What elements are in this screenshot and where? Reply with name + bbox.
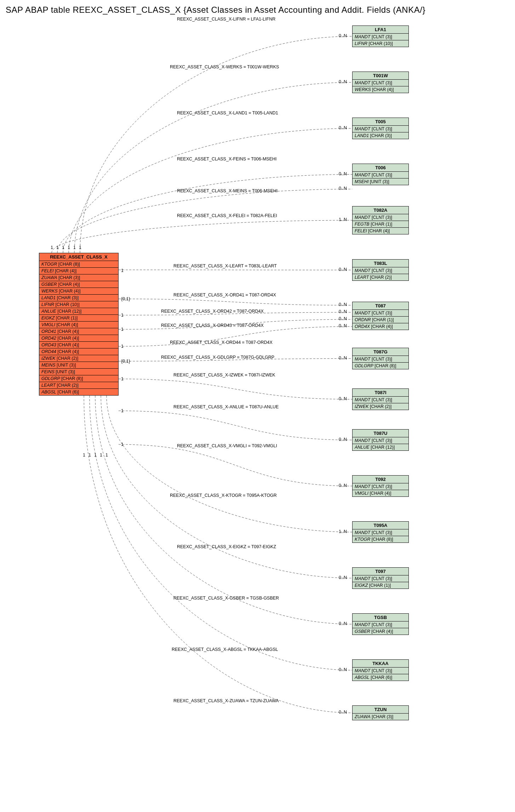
- relationship-label: REEXC_ASSET_CLASS_X-ZUAWA = TZUN-ZUAWA: [173, 698, 279, 703]
- entity-field: GSBER [CHAR (4)]: [353, 628, 408, 635]
- entity-header: T087: [353, 302, 408, 310]
- relationship-label: REEXC_ASSET_CLASS_X-LAND1 = T005-LAND1: [177, 110, 278, 115]
- entity-field: FELEI [CHAR (4)]: [39, 268, 118, 274]
- entity-field: ORD41 [CHAR (4)]: [39, 328, 118, 335]
- relationship-label: REEXC_ASSET_CLASS_X-MEINS = T006-MSEHI: [177, 188, 277, 193]
- page-title: SAP ABAP table REEXC_ASSET_CLASS_X {Asse…: [6, 5, 515, 15]
- entity-header: T097: [353, 568, 408, 575]
- relationship-label: REEXC_ASSET_CLASS_X-KTOGR = T095A-KTOGR: [170, 493, 277, 498]
- entity-header: T082A: [353, 206, 408, 214]
- relationship-label: REEXC_ASSET_CLASS_X-ORD41 = T087-ORD4X: [173, 293, 276, 297]
- cardinality-right: 0..N: [339, 323, 347, 328]
- entity-field: LEART [CHAR (2)]: [39, 382, 118, 389]
- cardinality-right: 0..N: [339, 309, 347, 314]
- target-entity-lfa1: LFA1MANDT [CLNT (3)]LIFNR [CHAR (10)]: [352, 25, 409, 47]
- cardinality-left: {0,1}: [121, 359, 130, 364]
- relationship-label: REEXC_ASSET_CLASS_X-WERKS = T001W-WERKS: [170, 64, 279, 69]
- relationship-label: REEXC_ASSET_CLASS_X-FEINS = T006-MSEHI: [177, 157, 276, 161]
- cardinality-left: 1: [105, 453, 108, 458]
- entity-field: ORD43 [CHAR (4)]: [39, 342, 118, 348]
- target-entity-t087: T087MANDT [CLNT (3)]ORDNR [CHAR (1)]ORD4…: [352, 302, 409, 330]
- entity-field: LAND1 [CHAR (3)]: [353, 132, 408, 139]
- entity-field: KTOGR [CHAR (8)]: [353, 536, 408, 543]
- entity-field: MANDT [CLNT (3)]: [353, 126, 408, 132]
- cardinality-right: 0..N: [339, 171, 347, 176]
- cardinality-right: 0..N: [339, 483, 347, 488]
- cardinality-left: 1: [121, 442, 124, 447]
- entity-field: MANDT [CLNT (3)]: [353, 668, 408, 674]
- cardinality-right: 0..N: [339, 437, 347, 442]
- entity-field: FELEI [CHAR (4)]: [353, 228, 408, 234]
- target-entity-t087g: T087GMANDT [CLNT (3)]GDLGRP [CHAR (8)]: [352, 348, 409, 369]
- entity-field: LEART [CHAR (2)]: [353, 274, 408, 280]
- target-entity-tkkaa: TKKAAMANDT [CLNT (3)]ABGSL [CHAR (6)]: [352, 659, 409, 681]
- cardinality-left: 1: [121, 268, 124, 273]
- entity-field: ORD42 [CHAR (4)]: [39, 335, 118, 342]
- cardinality-left: 1: [121, 313, 124, 318]
- entity-field: MANDT [CLNT (3)]: [353, 397, 408, 403]
- entity-field: MEINS [UNIT (3)]: [39, 362, 118, 369]
- cardinality-right: 0..N: [339, 396, 347, 401]
- target-entity-t082a: T082AMANDT [CLNT (3)]FEGTB [CHAR (1)]FEL…: [352, 206, 409, 234]
- entity-field: ORD4X [CHAR (4)]: [353, 323, 408, 330]
- target-entity-t095a: T095AMANDT [CLNT (3)]KTOGR [CHAR (8)]: [352, 521, 409, 543]
- entity-field: WERKS [CHAR (4)]: [353, 86, 408, 93]
- cardinality-right: 0..N: [339, 33, 347, 38]
- entity-field: FEINS [UNIT (3)]: [39, 369, 118, 375]
- relationship-label: REEXC_ASSET_CLASS_X-ORD42 = T087-ORD4X: [161, 309, 264, 314]
- entity-header: TZUN: [353, 706, 408, 714]
- entity-field: IZWEK [CHAR (2)]: [39, 355, 118, 362]
- cardinality-left: 1: [83, 453, 85, 458]
- entity-field: ZUAWA [CHAR (3)]: [39, 274, 118, 281]
- cardinality-right: 0..N: [339, 125, 347, 130]
- entity-field: MANDT [CLNT (3)]: [353, 437, 408, 444]
- cardinality-right: 0..N: [339, 302, 347, 307]
- entity-field: ORD44 [CHAR (4)]: [39, 348, 118, 355]
- cardinality-left: 1: [73, 245, 76, 250]
- relationship-label: REEXC_ASSET_CLASS_X-ANLUE = T087U-ANLUE: [173, 404, 279, 409]
- cardinality-left: 1: [121, 327, 124, 332]
- entity-field: MANDT [CLNT (3)]: [353, 529, 408, 536]
- cardinality-left: 1: [121, 408, 124, 413]
- target-entity-t001w: T001WMANDT [CLNT (3)]WERKS [CHAR (4)]: [352, 72, 409, 93]
- entity-field: MANDT [CLNT (3)]: [353, 310, 408, 317]
- relationship-label: REEXC_ASSET_CLASS_X-ORD43 = T087-ORD4X: [161, 323, 264, 328]
- target-entity-t005: T005MANDT [CLNT (3)]LAND1 [CHAR (3)]: [352, 118, 409, 139]
- entity-field: FEGTB [CHAR (1)]: [353, 221, 408, 228]
- target-entity-t083l: T083LMANDT [CLNT (3)]LEART [CHAR (2)]: [352, 259, 409, 281]
- relationship-label: REEXC_ASSET_CLASS_X-ABGSL = TKKAA-ABGSL: [172, 647, 278, 652]
- relationship-label: REEXC_ASSET_CLASS_X-FELEI = T082A-FELEI: [177, 213, 277, 218]
- cardinality-left: 1: [121, 376, 124, 381]
- entity-field: MSEHI [UNIT (3)]: [353, 178, 408, 185]
- relationship-label: REEXC_ASSET_CLASS_X-LEART = T083L-LEART: [173, 263, 277, 268]
- target-entity-t092: T092MANDT [CLNT (3)]VMGLI [CHAR (4)]: [352, 475, 409, 497]
- target-entity-t087i: T087IMANDT [CLNT (3)]IZWEK [CHAR (2)]: [352, 388, 409, 410]
- entity-header: T095A: [353, 522, 408, 529]
- entity-field: MANDT [CLNT (3)]: [353, 356, 408, 363]
- entity-header: TKKAA: [353, 660, 408, 668]
- cardinality-left: 1: [121, 344, 124, 349]
- cardinality-right: 0..N: [339, 356, 347, 360]
- entity-header: REEXC_ASSET_CLASS_X: [39, 253, 118, 261]
- entity-field: MANDT [CLNT (3)]: [353, 34, 408, 40]
- entity-field: ANLUE [CHAR (12)]: [39, 308, 118, 315]
- entity-header: TGSB: [353, 614, 408, 621]
- cardinality-right: 0..N: [339, 316, 347, 321]
- cardinality-left: 1: [51, 245, 53, 250]
- entity-field: VMGLI [CHAR (4)]: [39, 322, 118, 328]
- entity-field: MANDT [CLNT (3)]: [353, 267, 408, 274]
- entity-header: T087U: [353, 430, 408, 437]
- entity-header: T087I: [353, 389, 408, 397]
- entity-field: MANDT [CLNT (3)]: [353, 214, 408, 221]
- cardinality-left: {0,1}: [121, 296, 130, 301]
- cardinality-left: 1: [62, 245, 64, 250]
- cardinality-left: 1: [56, 245, 59, 250]
- entity-field: LIFNR [CHAR (10)]: [353, 40, 408, 47]
- cardinality-left: 1: [68, 245, 70, 250]
- relationship-label: REEXC_ASSET_CLASS_X-ORD44 = T087-ORD4X: [170, 340, 273, 345]
- cardinality-right: 0..N: [339, 267, 347, 272]
- relationship-label: REEXC_ASSET_CLASS_X-VMGLI = T092-VMGLI: [177, 443, 277, 448]
- entity-header: T087G: [353, 348, 408, 356]
- entity-field: MANDT [CLNT (3)]: [353, 80, 408, 86]
- cardinality-right: 1..N: [339, 217, 347, 222]
